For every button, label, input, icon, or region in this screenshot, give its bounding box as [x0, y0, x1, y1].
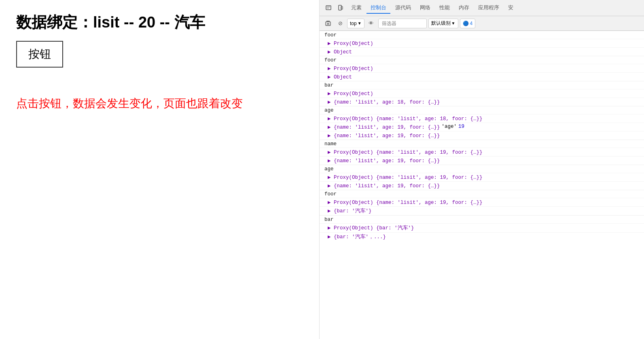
devtools-toolbar: ⊘ top ▼ 👁 默认级别 ▼ 🔵 4 [320, 16, 644, 31]
tab-memory[interactable]: 内存 [455, 2, 473, 14]
tab-network[interactable]: 网络 [416, 2, 434, 14]
log-entry[interactable]: ▶ {name: 'lisit', age: 19, foor: {…}} [320, 131, 644, 140]
log-entry[interactable]: ▶ {name: 'lisit', age: 19, foor: {…}} 'a… [320, 123, 644, 131]
log-text: ▶ {name: 'lisit', age: 19, foor: {…}} [328, 182, 440, 189]
level-select[interactable]: 默认级别 ▼ [428, 19, 458, 28]
tab-security[interactable]: 安 [504, 2, 517, 14]
log-group-label: bar [320, 81, 644, 89]
svg-rect-0 [326, 6, 331, 10]
tab-application[interactable]: 应用程序 [474, 2, 503, 14]
level-chevron: ▼ [451, 21, 455, 25]
log-text: ▶ Object [328, 49, 352, 55]
log-text: ▶ Proxy(Object) {name: 'lisit', age: 19,… [328, 149, 483, 155]
log-text: ▶ {name: 'lisit', age: 18, foor: {…}} [328, 99, 440, 105]
page-title: 数据绑定：lisit -- 20 -- 汽车 [16, 12, 303, 33]
log-entry[interactable]: ▶ Proxy(Object) {name: 'lisit', age: 19,… [320, 148, 644, 156]
log-group-label: age [320, 165, 644, 173]
log-text: 19 [458, 124, 464, 129]
log-text: ▶ {name: 'lisit', age: 19, foor: {…}} [328, 132, 440, 139]
log-group-label: foor [320, 31, 644, 39]
log-group-label: name [320, 140, 644, 148]
log-entry[interactable]: ▶ {bar: '汽车'} [320, 206, 644, 215]
filter-input[interactable] [378, 19, 427, 28]
devtools-nav: 元素 控制台 源代码 网络 性能 内存 应用程序 安 [320, 0, 644, 16]
log-text: 'age' [442, 124, 457, 129]
log-entry[interactable]: ▶ {bar: '汽车'，...} [320, 232, 644, 241]
log-group-label: age [320, 106, 644, 114]
log-entry[interactable]: ▶ Proxy(Object) [320, 89, 644, 97]
device-icon[interactable] [335, 2, 346, 14]
clear-console-button[interactable] [323, 18, 333, 29]
dropdown-chevron: ▼ [358, 21, 362, 25]
top-context-select[interactable]: top ▼ [347, 19, 364, 28]
log-text: ▶ {bar: '汽车'} [328, 208, 372, 214]
log-text: ▶ Proxy(Object) [328, 40, 373, 47]
log-text: ▶ Proxy(Object) {name: 'lisit', age: 19,… [328, 199, 483, 206]
action-button[interactable]: 按钮 [16, 41, 63, 68]
tab-performance[interactable]: 性能 [435, 2, 454, 14]
log-text: ▶ {bar: '汽车'，...} [328, 233, 386, 240]
log-entry[interactable]: ▶ Proxy(Object) {name: 'lisit', age: 19,… [320, 173, 644, 181]
log-text: ▶ Proxy(Object) {name: 'lisit', age: 19,… [328, 174, 483, 180]
inspect-icon[interactable] [323, 2, 334, 14]
devtools-panel: 元素 控制台 源代码 网络 性能 内存 应用程序 安 ⊘ top ▼ 👁 [320, 0, 644, 339]
log-text: ▶ Proxy(Object) {name: 'lisit', age: 18,… [328, 115, 483, 122]
log-group-label: bar [320, 215, 644, 223]
log-text: ▶ {name: 'lisit', age: 19, foor: {…}} [328, 157, 440, 164]
log-text: ▶ {name: 'lisit', age: 19, foor: {…}} [328, 124, 440, 130]
eye-icon[interactable]: 👁 [366, 18, 377, 29]
block-icon[interactable]: ⊘ [335, 18, 345, 29]
console-log-area: foor▶ Proxy(Object)▶ Objectfoor▶ Proxy(O… [320, 31, 644, 339]
left-panel: 数据绑定：lisit -- 20 -- 汽车 按钮 点击按钮，数据会发生变化，页… [0, 0, 320, 339]
log-text: ▶ Proxy(Object) [328, 65, 373, 72]
tab-sources[interactable]: 源代码 [391, 2, 415, 14]
log-entry[interactable]: ▶ Object [320, 47, 644, 56]
log-text: ▶ Object [328, 74, 352, 80]
error-badge[interactable]: 🔵 4 [460, 19, 476, 28]
log-entry[interactable]: ▶ {name: 'lisit', age: 18, foor: {…}} [320, 97, 644, 106]
log-text: ▶ Proxy(Object) [328, 90, 373, 97]
log-entry[interactable]: ▶ Proxy(Object) {bar: '汽车'} [320, 223, 644, 232]
log-entry[interactable]: ▶ Proxy(Object) {name: 'lisit', age: 18,… [320, 114, 644, 123]
log-entry[interactable]: ▶ Proxy(Object) {name: 'lisit', age: 19,… [320, 198, 644, 206]
log-entry[interactable]: ▶ Proxy(Object) [320, 64, 644, 72]
log-group-label: foor [320, 56, 644, 64]
log-entry[interactable]: ▶ Proxy(Object) [320, 39, 644, 47]
svg-rect-4 [341, 6, 343, 9]
hint-text: 点击按钮，数据会发生变化，页面也跟着改变 [16, 96, 303, 111]
log-group-label: foor [320, 190, 644, 198]
log-entry[interactable]: ▶ {name: 'lisit', age: 19, foor: {…}} [320, 181, 644, 190]
tab-elements[interactable]: 元素 [347, 2, 366, 14]
log-entry[interactable]: ▶ Object [320, 72, 644, 81]
log-entry[interactable]: ▶ {name: 'lisit', age: 19, foor: {…}} [320, 156, 644, 165]
tab-console[interactable]: 控制台 [366, 2, 390, 14]
log-text: ▶ Proxy(Object) {bar: '汽车'} [328, 225, 414, 231]
